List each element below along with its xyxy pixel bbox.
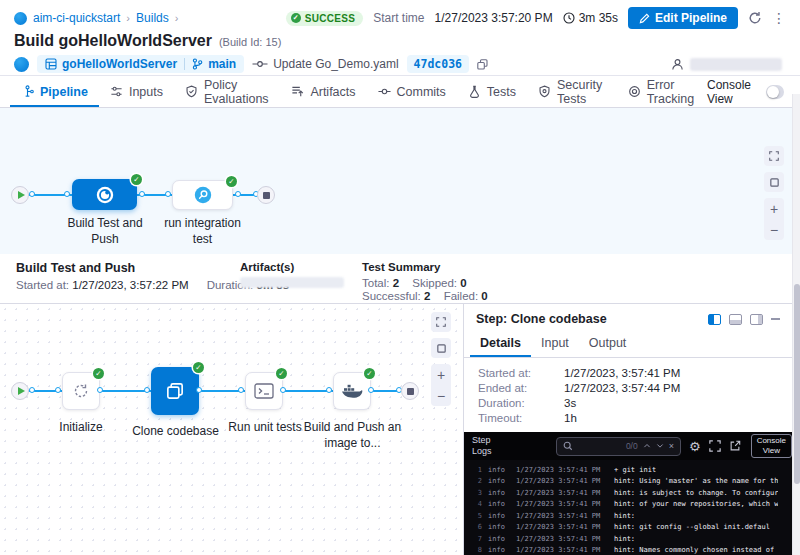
fullscreen-button[interactable] xyxy=(764,146,784,166)
step-logs-title: Step Logs xyxy=(472,435,492,457)
log-line-number: 2 xyxy=(472,477,482,485)
tab-input[interactable]: Input xyxy=(531,330,579,357)
tab-pipeline[interactable]: Pipeline xyxy=(10,76,99,107)
detail-row: Started at: 1/27/2023, 3:57:41 PM xyxy=(478,367,786,379)
pencil-icon xyxy=(639,13,650,24)
stage-label[interactable]: Build Test and Push xyxy=(59,216,151,247)
stage-label[interactable]: run integration test xyxy=(156,216,249,247)
tab-policy-evaluations[interactable]: Policy Evaluations xyxy=(174,76,280,107)
step-label[interactable]: Build and Push an image to... xyxy=(301,420,404,451)
detail-row: Timeout: 1h xyxy=(478,412,786,424)
tab-tests[interactable]: Tests xyxy=(457,76,527,107)
step-label[interactable]: Clone codebase xyxy=(128,424,223,440)
step-graph-canvas[interactable]: ✓ ✓ ✓ ✓ xyxy=(0,304,463,555)
pill-divider xyxy=(184,58,185,70)
stage-node-build-test-and-push[interactable]: ✓ xyxy=(72,179,137,210)
log-timestamp: 1/27/2023 3:57:41 PM xyxy=(516,512,606,520)
tab-artifacts[interactable]: Artifacts xyxy=(280,76,366,107)
commits-icon xyxy=(378,85,391,98)
breadcrumb-builds[interactable]: Builds xyxy=(136,11,169,25)
success-check-icon: ✓ xyxy=(291,13,301,23)
step-node-initialize[interactable]: ✓ xyxy=(62,372,100,410)
test-summary-label: Test Summary xyxy=(362,261,498,273)
layout-bottom-panel-icon[interactable] xyxy=(729,314,742,325)
zoom-out-button[interactable]: − xyxy=(764,219,784,240)
step-details-list: Started at: 1/27/2023, 3:57:41 PM Ended … xyxy=(464,358,800,424)
kebab-menu-icon[interactable]: ⋮ xyxy=(772,10,786,26)
step-logs-console: Step Logs 0/0 × ⚙ xyxy=(464,432,800,555)
log-level: info xyxy=(488,512,512,520)
log-level: info xyxy=(488,523,512,531)
connector-dot xyxy=(97,387,103,393)
stop-icon xyxy=(263,192,270,199)
refresh-icon[interactable] xyxy=(748,11,762,25)
harness-logo-icon xyxy=(14,12,27,25)
stage-graph-canvas[interactable]: ✓ ✓ Build Test and Push run integration … xyxy=(0,108,800,254)
log-search-box[interactable]: 0/0 × xyxy=(556,437,681,456)
step-node-run-unit-tests[interactable]: ✓ xyxy=(245,372,283,410)
step-node-build-and-push[interactable]: ✓ xyxy=(333,372,371,410)
open-in-new-icon[interactable] xyxy=(729,440,741,452)
tab-commits[interactable]: Commits xyxy=(367,76,457,107)
step-label[interactable]: Initialize xyxy=(41,420,121,436)
layout-split-view-icon[interactable] xyxy=(708,314,721,325)
step-label[interactable]: Run unit tests xyxy=(219,420,311,436)
search-clear-icon[interactable]: × xyxy=(669,441,674,451)
step-end-node xyxy=(401,382,419,400)
log-timestamp: 1/27/2023 3:57:41 PM xyxy=(516,489,606,497)
console-view-toggle[interactable] xyxy=(766,85,784,99)
breadcrumb-separator: › xyxy=(126,12,130,24)
detail-row: Duration: 3s xyxy=(478,397,786,409)
tab-error-tracking[interactable]: Error Tracking xyxy=(617,76,707,107)
success-badge-icon: ✓ xyxy=(226,176,237,187)
log-level: info xyxy=(488,466,512,474)
detail-label: Duration: xyxy=(478,397,564,409)
repo-branch-pill[interactable]: goHelloWorldServer main xyxy=(37,55,244,73)
success-badge-icon: ✓ xyxy=(276,368,287,379)
console-view-button[interactable]: Console View xyxy=(751,434,792,458)
user-name-redacted xyxy=(690,58,782,71)
stage-end-node xyxy=(257,186,275,204)
step-node-clone-codebase[interactable]: ✓ xyxy=(151,367,199,415)
log-search-input[interactable] xyxy=(578,441,621,451)
detail-value: 3s xyxy=(564,397,576,409)
minimize-panel-icon[interactable] xyxy=(771,318,780,320)
log-timestamp: 1/27/2023 3:57:41 PM xyxy=(516,466,606,474)
search-next-icon[interactable] xyxy=(656,443,664,449)
fit-to-view-button[interactable] xyxy=(431,338,451,358)
tab-output[interactable]: Output xyxy=(579,330,637,357)
stage-node-run-integration-test[interactable]: ✓ xyxy=(172,180,233,210)
log-fullscreen-icon[interactable] xyxy=(709,440,721,452)
artifacts-label: Artifact(s) xyxy=(240,261,362,273)
fit-to-view-button[interactable] xyxy=(764,172,784,192)
copy-icon[interactable] xyxy=(477,59,488,70)
zoom-in-button[interactable]: + xyxy=(764,198,784,219)
search-icon xyxy=(563,441,573,451)
branch-icon xyxy=(192,58,203,70)
pipeline-avatar-icon xyxy=(14,57,29,72)
page-scrollbar-thumb[interactable] xyxy=(794,284,800,484)
tab-security-tests[interactable]: Security Tests xyxy=(527,76,617,107)
stage-summary-title: Build Test and Push xyxy=(16,261,240,275)
ci-build-stage-icon xyxy=(96,186,114,204)
repository-icon xyxy=(45,58,57,70)
connector-dot xyxy=(235,191,241,197)
breadcrumb-project[interactable]: aim-ci-quickstart xyxy=(33,11,120,25)
detail-value: 1/27/2023, 3:57:41 PM xyxy=(564,367,680,379)
success-badge-icon: ✓ xyxy=(364,368,375,379)
layout-right-panel-icon[interactable] xyxy=(750,314,763,325)
fullscreen-button[interactable] xyxy=(431,312,451,332)
search-prev-icon[interactable] xyxy=(643,443,651,449)
commit-sha[interactable]: 47dc036 xyxy=(407,55,469,73)
zoom-out-button[interactable]: − xyxy=(431,385,451,406)
log-settings-gear-icon[interactable]: ⚙ xyxy=(689,439,701,454)
zoom-in-button[interactable]: + xyxy=(431,364,451,385)
log-level: info xyxy=(488,477,512,485)
page-scrollbar[interactable] xyxy=(792,94,800,555)
connector-dot xyxy=(326,387,332,393)
tab-inputs[interactable]: Inputs xyxy=(99,76,174,107)
edit-pipeline-button[interactable]: Edit Pipeline xyxy=(628,7,738,29)
status-badge: ✓ SUCCESS xyxy=(286,11,363,26)
tab-details[interactable]: Details xyxy=(470,330,531,357)
stage-summary-strip: Build Test and Push Started at: 1/27/202… xyxy=(0,254,800,304)
